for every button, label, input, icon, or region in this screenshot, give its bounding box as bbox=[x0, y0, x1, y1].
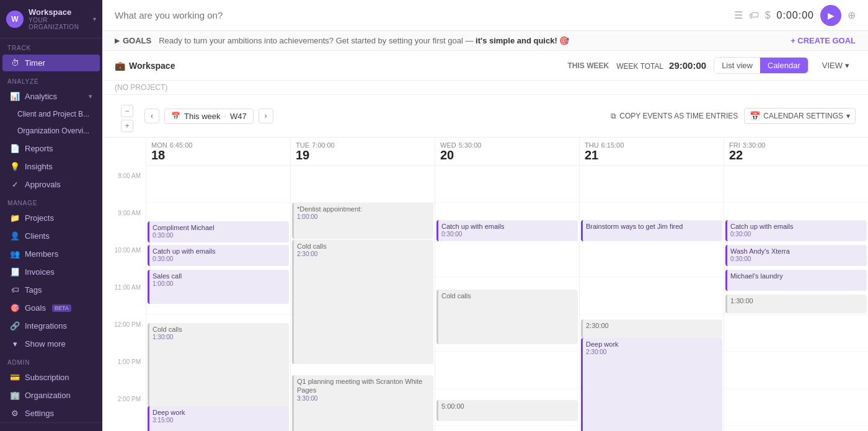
approvals-icon: ✓ bbox=[10, 180, 20, 189]
day-body-mon[interactable]: Compliment Michael 0:30:00 Catch up with… bbox=[146, 166, 290, 431]
more-options-icon[interactable]: ⊕ bbox=[848, 9, 856, 21]
mon-num: 18 bbox=[151, 149, 285, 161]
sidebar-item-tags[interactable]: 🏷 Tags bbox=[2, 282, 100, 298]
list-view-button[interactable]: List view bbox=[714, 58, 760, 73]
track-section-label: TRACK bbox=[0, 38, 102, 54]
approvals-label: Approvals bbox=[25, 180, 61, 189]
workspace-header[interactable]: W Workspace YOUR ORGANIZATION ▾ bbox=[0, 0, 102, 38]
next-week-button[interactable]: › bbox=[259, 109, 273, 123]
settings-icon: ⚙ bbox=[10, 409, 20, 418]
dollar-icon[interactable]: $ bbox=[765, 10, 771, 21]
sidebar-item-clients[interactable]: 👤 Clients bbox=[2, 228, 100, 244]
org-overview-label: Organization Overvi... bbox=[17, 127, 89, 135]
day-col-tue: TUE 7:00:00 19 *Dentist appointment: 1:0… bbox=[290, 138, 435, 431]
day-body-wed[interactable]: Catch up with emails 0:30:00 Cold calls … bbox=[435, 166, 579, 431]
sidebar-item-organization[interactable]: 🏢 Organization bbox=[2, 387, 100, 404]
event-cold-calls-tue[interactable]: Cold calls 2:30:00 bbox=[292, 240, 433, 364]
event-cold-calls-wed[interactable]: Cold calls bbox=[436, 290, 578, 344]
day-col-wed: WED 5:30:00 20 Catch up with emails 0:30… bbox=[435, 138, 579, 431]
event-deep-work-thu[interactable]: Deep work 2:30:00 bbox=[581, 338, 722, 431]
event-compliment-michael[interactable]: Compliment Michael 0:30:00 bbox=[148, 221, 289, 242]
client-project-label: Client and Project B... bbox=[17, 110, 89, 118]
integrations-label: Integrations bbox=[25, 321, 67, 331]
sidebar-item-org-overview[interactable]: Organization Overvi... bbox=[2, 123, 100, 139]
event-dentist[interactable]: *Dentist appointment: 1:00:00 bbox=[292, 203, 433, 239]
event-1h30-fri[interactable]: 1:30:00 bbox=[725, 295, 867, 313]
event-q1-planning[interactable]: Q1 planning meeting with Scranton White … bbox=[292, 375, 433, 431]
sidebar-item-approvals[interactable]: ✓ Approvals bbox=[2, 176, 100, 193]
copy-icon: ⧉ bbox=[611, 112, 616, 120]
sidebar-item-projects[interactable]: 📁 Projects bbox=[2, 210, 100, 226]
event-deep-work-mon[interactable]: Deep work 3:15:00 bbox=[148, 406, 289, 431]
goals-banner-text: Ready to turn your ambitions into achiev… bbox=[159, 36, 783, 45]
sidebar-item-integrations[interactable]: 🔗 Integrations bbox=[2, 318, 100, 334]
event-2h30-thu[interactable]: 2:30:00 bbox=[581, 319, 722, 338]
day-body-tue[interactable]: *Dentist appointment: 1:00:00 Cold calls… bbox=[291, 166, 435, 431]
main-content: ☰ 🏷 $ 0:00:00 ▶ ⊕ ▶ GOALS Ready to turn … bbox=[102, 0, 868, 431]
event-sales-call[interactable]: Sales call 1:00:00 bbox=[148, 270, 289, 304]
google-calendar-icon: 📅 bbox=[750, 111, 760, 121]
expand-button[interactable]: + bbox=[121, 120, 133, 132]
workspace-label: 💼 Workspace bbox=[115, 61, 175, 71]
expand-controls: − + bbox=[115, 100, 140, 132]
goals-banner-label: ▶ GOALS bbox=[115, 36, 151, 45]
prev-week-button[interactable]: ‹ bbox=[144, 109, 159, 123]
sidebar-item-insights[interactable]: 💡 Insights bbox=[2, 158, 100, 175]
event-cold-calls-mon[interactable]: Cold calls 1:30:00 bbox=[148, 323, 289, 415]
workspace-info: Workspace YOUR ORGANIZATION bbox=[29, 7, 88, 30]
chevron-down-settings-icon: ▾ bbox=[846, 112, 850, 120]
day-header-fri: FRI 3:30:00 22 bbox=[724, 138, 868, 166]
invoices-icon: 🧾 bbox=[10, 267, 20, 277]
this-week-badge: THIS WEEK bbox=[568, 61, 609, 70]
no-project-label: (NO PROJECT) bbox=[102, 81, 868, 95]
calendar-view-button[interactable]: Calendar bbox=[760, 58, 808, 73]
create-goal-button[interactable]: + CREATE GOAL bbox=[790, 36, 856, 45]
profile-item[interactable]: P PROFILE bbox=[7, 428, 95, 431]
sidebar-item-subscription[interactable]: 💳 Subscription bbox=[2, 369, 100, 386]
sidebar-item-show-more[interactable]: ▾ Show more bbox=[2, 335, 100, 352]
event-catchup-emails-fri[interactable]: Catch up with emails 0:30:00 bbox=[725, 220, 867, 241]
show-more-label: Show more bbox=[25, 339, 66, 349]
event-catchup-emails-wed[interactable]: Catch up with emails 0:30:00 bbox=[436, 220, 578, 241]
tue-duration: 7:00:00 bbox=[312, 141, 335, 149]
sidebar-item-analytics[interactable]: 📊 Analytics ▾ bbox=[2, 88, 100, 105]
goals-beta-badge: BETA bbox=[52, 304, 71, 312]
invoices-label: Invoices bbox=[25, 267, 55, 277]
organization-icon: 🏢 bbox=[10, 391, 20, 400]
analytics-submenu: Client and Project B... Organization Ove… bbox=[0, 105, 102, 140]
sidebar-item-timer[interactable]: ⏱ Timer bbox=[2, 55, 100, 71]
event-5h-wed[interactable]: 5:00:00 bbox=[436, 400, 578, 421]
sidebar-item-reports[interactable]: 📄 Reports bbox=[2, 140, 100, 157]
view-dropdown-button[interactable]: VIEW ▾ bbox=[816, 58, 856, 73]
collapse-button[interactable]: − bbox=[121, 105, 133, 117]
sidebar-item-settings[interactable]: ⚙ Settings bbox=[2, 405, 100, 422]
org-subtitle: YOUR ORGANIZATION bbox=[29, 17, 88, 30]
copy-events-button[interactable]: ⧉ COPY EVENTS AS TIME ENTRIES bbox=[611, 112, 738, 120]
sidebar-item-invoices[interactable]: 🧾 Invoices bbox=[2, 264, 100, 280]
thu-num: 21 bbox=[585, 149, 719, 161]
sidebar-item-client-project[interactable]: Client and Project B... bbox=[2, 106, 100, 122]
day-body-fri[interactable]: Catch up with emails 0:30:00 Wash Andy's… bbox=[724, 166, 868, 431]
play-button[interactable]: ▶ bbox=[820, 5, 841, 26]
settings-label: Settings bbox=[25, 409, 54, 418]
list-icon[interactable]: ☰ bbox=[734, 9, 743, 21]
week-total-label: WEEK TOTAL 29:00:00 bbox=[616, 60, 706, 71]
sidebar-item-members[interactable]: 👥 Members bbox=[2, 246, 100, 262]
event-brainstorm[interactable]: Brainstorm ways to get Jim fired bbox=[581, 220, 722, 241]
event-wash-xterra[interactable]: Wash Andy's Xterra 0:30:00 bbox=[725, 245, 867, 266]
day-header-tue: TUE 7:00:00 19 bbox=[291, 138, 435, 166]
calendar-settings-button[interactable]: 📅 CALENDAR SETTINGS ▾ bbox=[744, 108, 856, 124]
calendar-grid: 8:00 AM 9:00 AM 10:00 AM 11:00 AM 12:00 … bbox=[102, 138, 868, 431]
calendar-nav: − + ‹ 📅 This week · W47 › ⧉ COPY EVENTS … bbox=[102, 95, 868, 138]
timer-input[interactable] bbox=[115, 10, 727, 20]
day-header-mon: MON 6:45:00 18 bbox=[146, 138, 290, 166]
day-body-thu[interactable]: Brainstorm ways to get Jim fired 2:30:00… bbox=[580, 166, 724, 431]
briefcase-icon: 💼 bbox=[115, 61, 125, 71]
event-michaels-laundry[interactable]: Michael's laundry bbox=[725, 270, 867, 291]
calendar-small-icon: 📅 bbox=[171, 112, 180, 120]
event-catchup-emails-mon[interactable]: Catch up with emails 0:30:00 bbox=[148, 245, 289, 266]
cal-nav-right: ⧉ COPY EVENTS AS TIME ENTRIES 📅 CALENDAR… bbox=[611, 108, 856, 124]
tag-icon[interactable]: 🏷 bbox=[749, 10, 759, 21]
sidebar-item-goals[interactable]: 🎯 Goals BETA bbox=[2, 300, 100, 316]
sidebar: W Workspace YOUR ORGANIZATION ▾ TRACK ⏱ … bbox=[0, 0, 102, 431]
